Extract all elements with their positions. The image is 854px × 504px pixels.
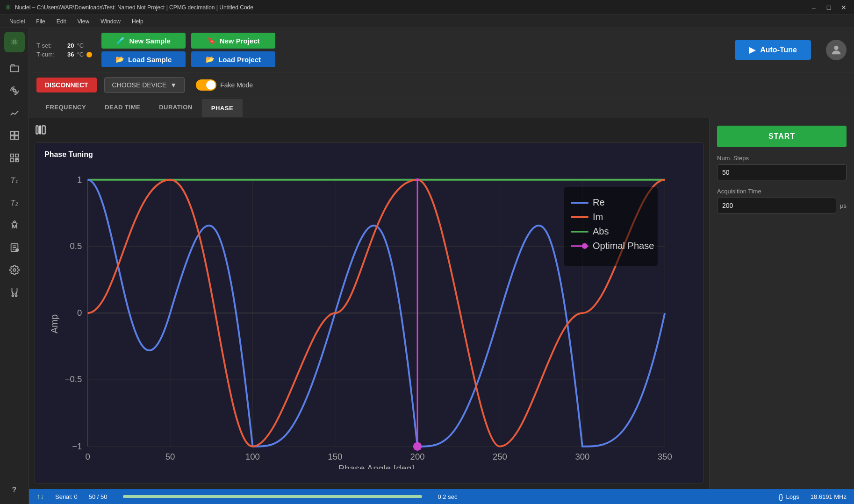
sidebar-item-signal[interactable] [4,80,25,101]
svg-rect-4 [14,136,18,139]
svg-rect-61 [564,187,658,266]
start-button[interactable]: START [717,126,847,147]
t-set-label: T-set: [36,42,65,49]
app-body: ⚛ T₁ T₂ ? [0,28,854,504]
acq-time-input[interactable] [717,198,836,213]
t-curr-label: T-curr: [36,51,65,58]
choose-device-label: CHOOSE DEVICE [112,81,167,89]
disconnect-button[interactable]: DISCONNECT [36,78,97,92]
svg-text:50: 50 [165,452,175,461]
phase-chart: Amp [44,164,694,469]
svg-rect-5 [10,154,13,157]
svg-text:Amp: Amp [49,314,59,334]
sidebar-item-settings[interactable] [4,260,25,280]
sample-buttons: 🧪 New Sample 📂 Load Sample [101,33,186,67]
tab-bar: FREQUENCY DEAD TIME DURATION PHASE [29,98,854,118]
svg-text:0.5: 0.5 [70,241,82,251]
menu-bar: Nuclei File Edit View Window Help [0,15,854,28]
num-steps-input[interactable] [717,164,847,180]
tab-dead-time[interactable]: DEAD TIME [95,98,150,118]
folder-project-icon: 📂 [206,55,215,64]
menu-edit[interactable]: Edit [52,17,71,26]
sidebar-item-dashboard[interactable] [4,125,25,146]
sidebar-item-motion[interactable] [4,215,25,235]
svg-rect-25 [36,126,38,134]
sidebar-item-stroller[interactable] [4,282,25,303]
dropdown-arrow-icon: ▼ [170,81,177,89]
svg-point-20 [12,295,14,297]
svg-text:Im: Im [593,212,603,222]
svg-text:Re: Re [593,197,605,207]
sidebar-item-help[interactable]: ? [4,480,25,500]
new-project-button[interactable]: 🔖 New Project [191,33,275,49]
sidebar-item-device[interactable] [4,237,25,258]
choose-device-button[interactable]: CHOOSE DEVICE ▼ [104,77,185,93]
menu-window[interactable]: Window [96,17,125,26]
status-frequency: 18.6191 MHz [811,493,847,500]
acq-time-label: Acquisition Time [717,188,847,195]
app-icon: ⚛ [5,3,11,12]
autotune-button[interactable]: ▶ Auto-Tune [735,40,811,60]
svg-point-0 [13,89,16,92]
sidebar-item-add[interactable] [4,148,25,168]
maximize-button[interactable]: □ [823,2,834,13]
chart-area: Phase Tuning Amp [29,118,709,489]
status-progress: 50 / 50 [89,493,108,500]
svg-text:0: 0 [77,308,82,318]
sidebar: ⚛ T₁ T₂ ? [0,28,29,504]
svg-point-60 [416,178,419,181]
avatar[interactable] [826,40,847,60]
sidebar-item-chart[interactable] [4,103,25,123]
chart-icon-row [35,124,703,139]
temperature-section: T-set: 20 °C T-curr: 36 °C [36,42,92,58]
acq-time-group: Acquisition Time μs [717,188,847,213]
svg-text:200: 200 [410,452,425,461]
sidebar-item-t1[interactable]: T₁ [4,170,25,191]
progress-bar-fill [123,495,422,498]
svg-text:1: 1 [77,175,82,185]
t-set-value: 20 [67,42,74,49]
svg-point-21 [15,295,17,297]
acq-time-row: μs [717,198,847,213]
load-sample-button[interactable]: 📂 Load Sample [101,51,186,67]
sidebar-item-folder[interactable] [4,58,25,78]
split-view-icon[interactable] [35,124,47,139]
right-panel: START Num. Steps Acquisition Time μs [709,118,854,489]
t-set-unit: °C [77,42,84,49]
tab-phase[interactable]: PHASE [202,99,243,117]
fake-mode-label: Fake Mode [220,81,253,89]
chart-title: Phase Tuning [44,150,694,159]
svg-text:250: 250 [493,452,507,461]
menu-nuclei[interactable]: Nuclei [5,17,29,26]
t-curr-value: 36 [67,51,74,58]
temperature-indicator [86,52,92,57]
fake-mode-toggle[interactable] [196,79,216,91]
svg-text:Optimal Phase: Optimal Phase [593,241,654,251]
num-steps-label: Num. Steps [717,155,847,162]
new-sample-button[interactable]: 🧪 New Sample [101,33,186,49]
project-buttons: 🔖 New Project 📂 Load Project [191,33,275,67]
title-bar-left: ⚛ Nuclei – C:\Users\WAR\Downloads\Test: … [5,3,253,12]
progress-bar-container [123,495,422,498]
title-bar-title: Nuclei – C:\Users\WAR\Downloads\Test: Na… [15,4,253,11]
sidebar-logo[interactable]: ⚛ [4,32,25,52]
svg-text:−0.5: −0.5 [65,374,82,384]
menu-file[interactable]: File [31,17,50,26]
tab-duration[interactable]: DURATION [150,98,202,118]
svg-text:0: 0 [85,452,90,461]
minimize-button[interactable]: – [808,2,819,13]
bookmark-icon: 🔖 [207,36,216,45]
tab-frequency[interactable]: FREQUENCY [36,98,95,118]
status-arrows: ↑↓ [36,492,44,501]
svg-rect-26 [40,126,41,134]
sidebar-item-t2[interactable]: T₂ [4,192,25,213]
svg-rect-7 [10,159,13,162]
menu-view[interactable]: View [72,17,94,26]
menu-help[interactable]: Help [127,17,148,26]
status-logs[interactable]: {} Logs [778,493,799,501]
svg-text:Phase Angle [deg]: Phase Angle [deg] [338,463,415,469]
chart-container: Phase Tuning Amp [35,142,703,483]
load-project-button[interactable]: 📂 Load Project [191,51,275,67]
close-button[interactable]: ✕ [838,2,849,13]
toggle-knob [206,80,215,90]
